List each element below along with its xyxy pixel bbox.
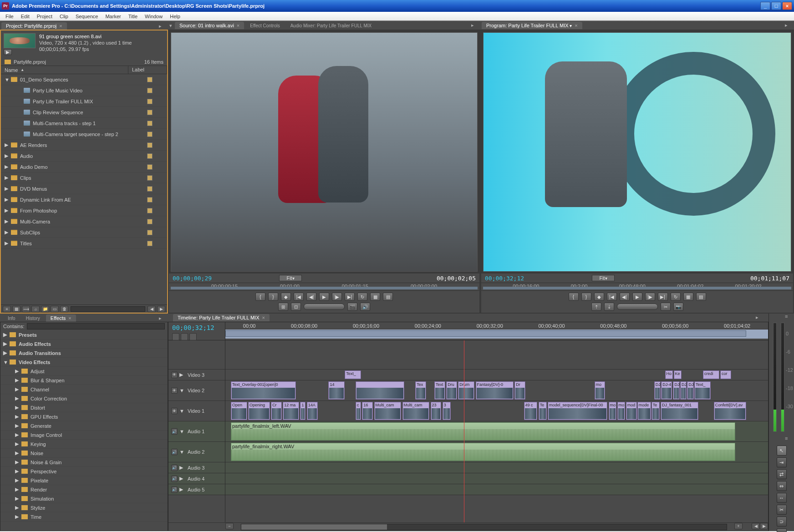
- jog-shuttle[interactable]: [617, 304, 658, 310]
- twisty-icon[interactable]: ▶: [5, 175, 9, 181]
- speaker-icon[interactable]: 🔊: [171, 428, 178, 435]
- label-swatch[interactable]: [147, 197, 153, 203]
- eye-icon[interactable]: 👁: [171, 387, 178, 394]
- panel-menu-icon[interactable]: ▸: [159, 23, 165, 30]
- mark-out-button[interactable]: }: [581, 293, 591, 301]
- twisty-icon[interactable]: ▶: [15, 368, 20, 374]
- insert-button[interactable]: ⊞: [278, 303, 288, 311]
- automate-button[interactable]: ⟶: [22, 306, 30, 312]
- video-clip[interactable]: DJ: [654, 381, 661, 400]
- effect-item[interactable]: ▶Color Correction: [0, 394, 168, 403]
- twisty-icon[interactable]: ▶: [5, 197, 9, 203]
- twisty-icon[interactable]: ▼: [3, 360, 8, 365]
- twisty-icon[interactable]: ▶: [5, 153, 9, 159]
- panel-menu-icon[interactable]: ▸: [471, 22, 478, 29]
- panel-menu-icon[interactable]: ▸: [785, 22, 791, 29]
- program-zoom-dropdown[interactable]: Fit ▾: [592, 275, 615, 281]
- video-clip[interactable]: Drum: [458, 381, 474, 400]
- tree-row[interactable]: Multi-Camera tracks - step 1: [1, 118, 167, 129]
- rolling-edit-tool[interactable]: ⇔: [777, 481, 787, 491]
- tree-row[interactable]: ▶SubClips: [1, 227, 167, 238]
- timeline-tc[interactable]: 00;00;32;12: [172, 324, 221, 331]
- effect-item[interactable]: ▶Adjust: [0, 367, 168, 376]
- video-clip[interactable]: Multi_cam: [374, 402, 402, 420]
- twisty-icon[interactable]: ▶: [5, 186, 9, 192]
- video-clip[interactable]: 3: [443, 402, 451, 420]
- maximize-button[interactable]: □: [771, 2, 781, 10]
- new-bin-button[interactable]: 📁: [41, 306, 49, 312]
- program-viewer[interactable]: [483, 32, 791, 272]
- effect-item[interactable]: ▶Stylize: [0, 503, 168, 512]
- slide-tool[interactable]: ⊂: [777, 528, 787, 532]
- effect-item[interactable]: ▶Audio Effects: [0, 339, 168, 349]
- project-tab[interactable]: Project: Partylife.prproj×: [1, 22, 67, 30]
- video-clip[interactable]: credi: [703, 370, 719, 379]
- twisty-icon[interactable]: ▶: [3, 332, 8, 338]
- scroll-left-button[interactable]: ◀: [752, 523, 760, 529]
- mark-out-button[interactable]: }: [268, 293, 278, 301]
- speaker-icon[interactable]: 🔊: [171, 486, 178, 493]
- output-button[interactable]: ▤: [696, 293, 706, 301]
- label-swatch[interactable]: [147, 230, 153, 235]
- panel-menu-icon[interactable]: ≡: [785, 314, 791, 320]
- mark-in-button[interactable]: {: [255, 293, 265, 301]
- video-clip[interactable]: DJ_fantasy_001: [661, 402, 698, 420]
- program-tab[interactable]: Program: Party Life Trailer FULL MIX ▾×: [482, 22, 582, 29]
- prev-edit-button[interactable]: |◀: [607, 293, 617, 301]
- twisty-icon[interactable]: ▶: [5, 142, 9, 148]
- timeline-h-scrollbar[interactable]: [241, 524, 727, 530]
- effect-item[interactable]: ▶Channel: [0, 385, 168, 394]
- tree-row[interactable]: Party Life Music Video: [1, 85, 167, 96]
- safe-margins-button[interactable]: ▦: [370, 293, 380, 301]
- jog-shuttle[interactable]: [304, 304, 345, 310]
- twisty-icon[interactable]: ▶: [5, 229, 9, 235]
- video-clip[interactable]: mo: [595, 381, 606, 400]
- scroll-left-button[interactable]: ◀: [148, 306, 156, 312]
- icon-view-button[interactable]: ▦: [12, 306, 20, 312]
- video-clip[interactable]: Confetti[DV].av: [714, 402, 747, 420]
- twisty-icon[interactable]: ▶: [15, 486, 20, 492]
- video-clip[interactable]: Dr: [514, 381, 525, 400]
- effect-item[interactable]: ▶Pixelate: [0, 476, 168, 485]
- play-thumb-button[interactable]: ▶: [4, 49, 12, 55]
- goto-out-button[interactable]: ▶|: [345, 293, 355, 301]
- twisty-icon[interactable]: ▶: [15, 377, 20, 383]
- step-fwd-button[interactable]: |▶: [645, 293, 655, 301]
- twisty-icon[interactable]: ▶: [15, 459, 20, 465]
- label-swatch[interactable]: [147, 164, 153, 170]
- h-scrollbar[interactable]: [71, 306, 145, 312]
- mark-in-button[interactable]: {: [569, 293, 579, 301]
- info-tab[interactable]: Info: [3, 315, 20, 322]
- twisty-icon[interactable]: ▶: [15, 505, 20, 511]
- track-select-tool[interactable]: ⇥: [777, 457, 787, 467]
- marker-button[interactable]: [181, 333, 188, 340]
- effect-controls-tab[interactable]: Effect Controls: [245, 22, 284, 29]
- twisty-icon[interactable]: ▶: [3, 341, 8, 347]
- col-label[interactable]: Label: [128, 66, 167, 74]
- twisty-icon[interactable]: ▶: [15, 414, 20, 420]
- label-swatch[interactable]: [147, 121, 153, 126]
- track-header-a2[interactable]: 🔊▼Audio 2: [168, 442, 225, 462]
- video-clip[interactable]: Text_Overlay-001[open]0: [231, 381, 296, 400]
- step-back-button[interactable]: ◀|: [620, 293, 630, 301]
- tree-row[interactable]: ▶Multi-Camera: [1, 216, 167, 227]
- speaker-icon[interactable]: 🔊: [171, 465, 178, 471]
- audio-mixer-tab[interactable]: Audio Mixer: Party Life Trailer FULL MIX: [286, 22, 377, 29]
- panel-menu-icon[interactable]: ≡: [785, 436, 791, 442]
- video-clip[interactable]: 1: [300, 402, 305, 420]
- play-button[interactable]: ▶: [319, 293, 329, 301]
- video-clip[interactable]: Open: [231, 402, 247, 420]
- overlay-button[interactable]: ⊡: [291, 303, 301, 311]
- menu-help[interactable]: Help: [166, 13, 184, 20]
- video-clip[interactable]: 49 c: [524, 402, 538, 420]
- video-clip[interactable]: Text: [434, 381, 445, 400]
- tab-close-icon[interactable]: ×: [575, 23, 577, 28]
- tree-row[interactable]: ▶DVD Menus: [1, 183, 167, 194]
- snap-button[interactable]: [172, 333, 179, 340]
- tree-row[interactable]: ▶From Photoshop: [1, 205, 167, 216]
- video-clip[interactable]: DJ: [680, 381, 687, 400]
- label-swatch[interactable]: [147, 241, 153, 246]
- video-clip[interactable]: 14A: [307, 402, 318, 420]
- menu-title[interactable]: Title: [125, 13, 141, 20]
- video-clip[interactable]: cor: [720, 370, 731, 379]
